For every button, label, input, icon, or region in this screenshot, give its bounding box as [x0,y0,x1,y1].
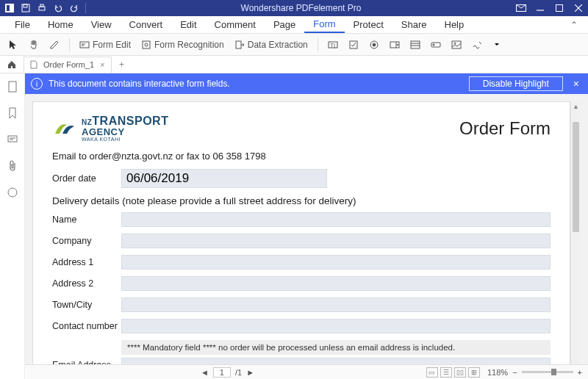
menu-page[interactable]: Page [265,17,304,32]
address2-field[interactable] [121,276,551,291]
view-facing-icon[interactable]: ▯▯ [454,367,466,378]
attachments-icon[interactable] [5,159,20,173]
redo-icon[interactable] [69,3,79,13]
menu-view[interactable]: View [82,17,121,32]
svg-point-35 [8,188,17,197]
page-total: /1 [235,368,242,377]
radio-field-icon[interactable] [365,37,383,53]
scroll-up-icon[interactable]: ▲ [571,101,581,112]
svg-rect-31 [9,82,16,92]
page-next-icon[interactable]: ► [246,368,254,377]
svg-rect-24 [411,41,420,48]
disable-highlight-button[interactable]: Disable Highlight [469,76,563,91]
company-field[interactable] [121,234,551,248]
select-tool-icon[interactable] [4,37,22,53]
contact-label: Contact number [52,321,121,331]
info-icon: i [31,78,43,90]
data-extraction-label: Data Extraction [248,40,308,50]
document-title: Order Form [459,118,551,139]
svg-rect-11 [80,42,89,48]
mail-icon[interactable] [516,3,526,13]
town-field[interactable] [121,297,551,312]
data-extraction-button[interactable]: Data Extraction [231,37,312,53]
more-fields-icon[interactable] [489,37,505,53]
undo-icon[interactable] [53,3,63,13]
vertical-scrollbar[interactable]: ▲ ▼ [570,101,581,379]
menu-file[interactable]: File [6,17,39,32]
maximize-icon[interactable] [554,3,564,13]
svg-point-30 [454,43,456,44]
menu-protect[interactable]: Protect [345,17,392,32]
fields-panel-icon[interactable] [5,185,20,200]
save-icon[interactable] [21,3,31,13]
close-icon[interactable] [573,3,584,13]
bookmarks-icon[interactable] [5,106,20,120]
comments-icon[interactable] [5,132,20,147]
view-single-icon[interactable]: ▭ [426,367,438,378]
form-edit-label: Form Edit [93,40,131,50]
button-field-icon[interactable] [427,37,445,53]
checkbox-field-icon[interactable] [345,37,362,53]
form-recognition-button[interactable]: Form Recognition [137,37,228,53]
menu-home[interactable]: Home [39,17,82,32]
svg-rect-1 [7,5,10,11]
tab-close-icon[interactable]: × [100,60,104,69]
page-current[interactable]: 1 [213,367,231,378]
page-navigator: ◄ 1 /1 ► [31,367,424,378]
page-area: i This document contains interactive for… [25,73,588,379]
notice-text: This document contains interactive form … [49,79,230,89]
zoom-out-icon[interactable]: − [512,368,517,377]
name-label: Name [52,214,121,225]
name-field[interactable] [121,212,551,227]
svg-text:T|: T| [330,42,335,48]
menu-form[interactable]: Form [304,16,344,33]
zoom-in-icon[interactable]: + [578,368,582,377]
notice-close-icon[interactable]: × [570,78,582,90]
image-field-icon[interactable] [448,37,465,53]
address1-field[interactable] [121,255,551,270]
thumbnails-icon[interactable] [5,79,20,94]
hand-tool-icon[interactable] [25,37,43,53]
print-icon[interactable] [37,3,47,13]
text-field-icon[interactable]: T| [324,37,342,53]
form-edit-button[interactable]: Form Edit [76,37,135,53]
svg-rect-3 [24,4,27,7]
page-prev-icon[interactable]: ◄ [201,368,209,377]
edit-tool-icon[interactable] [46,37,63,53]
zoom-value: 118% [487,368,508,377]
svg-point-21 [373,43,376,46]
document-tab-label: Order Form_1 [43,60,94,69]
toolbar-separator [318,38,318,51]
menu-edit[interactable]: Edit [171,17,205,32]
svg-rect-32 [8,136,17,142]
new-tab-icon[interactable]: + [115,59,129,70]
minimize-icon[interactable] [535,3,545,13]
home-tab-icon[interactable] [3,57,21,72]
address1-label: Address 1 [52,257,121,267]
app-logo-icon [4,3,15,13]
view-continuous-icon[interactable]: ☰ [440,367,452,378]
left-rail [0,73,25,379]
collapse-ribbon-icon[interactable]: ⌃ [566,20,582,30]
combobox-field-icon[interactable] [386,37,404,53]
contact-field[interactable] [121,319,551,333]
document-tab[interactable]: Order Form_1 × [24,57,112,73]
signature-field-icon[interactable] [468,37,486,53]
menu-comment[interactable]: Comment [206,17,265,32]
listbox-field-icon[interactable] [406,37,424,53]
svg-point-15 [145,43,148,46]
nzta-logo: NZTRANSPORT AGENCY WAKA KOTAHI [52,115,168,142]
menu-help[interactable]: Help [436,17,473,32]
svg-rect-8 [556,5,563,12]
svg-rect-16 [236,41,241,48]
scroll-thumb[interactable] [573,122,579,232]
svg-point-28 [433,44,434,46]
svg-rect-4 [39,7,45,10]
nzta-logo-mark-icon [52,116,77,141]
menu-convert[interactable]: Convert [121,17,172,32]
town-label: Town/City [52,300,121,310]
zoom-slider[interactable] [522,371,573,373]
view-facing-continuous-icon[interactable]: ⊞ [468,367,480,378]
order-date-field[interactable]: 06/06/2019 [121,169,327,188]
menu-share[interactable]: Share [392,17,436,32]
